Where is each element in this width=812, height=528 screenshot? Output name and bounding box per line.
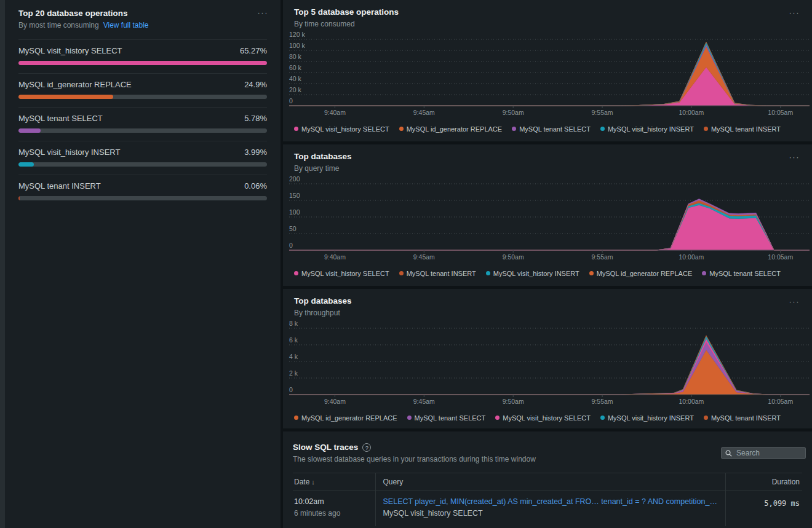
operation-percent: 5.78%	[244, 114, 267, 123]
cell-query: SELECT player_id, MIN(created_at) AS min…	[375, 491, 725, 526]
cell-duration: 5,099 ms	[725, 491, 802, 526]
legend-item[interactable]: MySQL id_generator REPLACE	[399, 125, 503, 133]
x-axis-tick-label: 9:40am	[324, 253, 346, 261]
slow-sql-panel: Slow SQL traces ? The slowest database q…	[283, 431, 812, 528]
legend-item[interactable]: MySQL visit_history SELECT	[495, 414, 591, 422]
legend-item[interactable]: MySQL visit_history SELECT	[294, 125, 389, 133]
x-axis-tick-label: 10:00am	[679, 109, 704, 116]
chart-menu-icon[interactable]: ···	[787, 151, 803, 164]
chart-menu-icon[interactable]: ···	[787, 295, 803, 308]
operation-bar-track	[18, 196, 267, 200]
legend-item[interactable]: MySQL tenant INSERT	[704, 125, 781, 133]
y-axis-tick-label: 8 k	[289, 320, 298, 327]
legend-color-dot	[702, 271, 706, 275]
panel-subtitle: By most time consuming	[18, 21, 99, 30]
legend-color-dot	[600, 127, 605, 131]
panel-menu-icon[interactable]: ···	[255, 6, 271, 19]
search-input[interactable]	[735, 448, 797, 458]
operation-percent: 0.06%	[244, 181, 267, 191]
column-header-duration[interactable]: Duration	[725, 473, 802, 491]
query-link[interactable]: SELECT player_id, MIN(created_at) AS min…	[383, 497, 719, 506]
operation-label: MySQL visit_history INSERT	[18, 148, 120, 157]
cell-date: 10:02am 6 minutes ago	[293, 491, 375, 526]
legend-label: MySQL visit_history SELECT	[301, 270, 389, 277]
legend-item[interactable]: MySQL visit_history INSERT	[600, 125, 694, 133]
operation-bar-track	[18, 95, 267, 99]
legend-item[interactable]: MySQL tenant SELECT	[407, 414, 486, 422]
chart-subtitle: By throughput	[294, 309, 801, 317]
operation-label: MySQL visit_history SELECT	[18, 46, 122, 55]
duration-value: 5,099 ms	[764, 499, 800, 508]
area-chart: 020 k40 k60 k80 k100 k120 k9:40am9:45am9…	[283, 28, 812, 120]
operation-percent: 3.99%	[244, 148, 267, 157]
y-axis-tick-label: 80 k	[289, 53, 302, 60]
y-axis-tick-label: 100	[289, 208, 300, 216]
y-axis-tick-label: 120 k	[289, 31, 305, 38]
legend-item[interactable]: MySQL id_generator REPLACE	[294, 414, 397, 422]
x-axis-tick-label: 9:50am	[503, 253, 524, 261]
y-axis-tick-label: 50	[289, 225, 297, 232]
x-axis-tick-label: 10:05am	[768, 109, 793, 116]
legend-color-dot	[704, 416, 708, 420]
legend-item[interactable]: MySQL tenant SELECT	[702, 270, 781, 277]
operation-row[interactable]: MySQL visit_history SELECT 65.27%	[18, 39, 267, 73]
legend-item[interactable]: MySQL visit_history INSERT	[600, 414, 694, 422]
legend-color-dot	[294, 271, 298, 275]
y-axis-tick-label: 150	[289, 192, 300, 199]
view-full-table-link[interactable]: View full table	[103, 21, 149, 30]
operation-row[interactable]: MySQL tenant INSERT 0.06%	[18, 175, 267, 208]
chart-legend: MySQL visit_history SELECT MySQL id_gene…	[283, 125, 812, 133]
legend-label: MySQL tenant INSERT	[711, 125, 781, 133]
legend-item[interactable]: MySQL visit_history INSERT	[486, 270, 579, 277]
legend-item[interactable]: MySQL id_generator REPLACE	[589, 270, 693, 277]
operation-bar-track	[18, 61, 267, 65]
area-chart: 02 k4 k6 k8 k9:40am9:45am9:50am9:55am10:…	[283, 317, 812, 409]
chart-menu-icon[interactable]: ···	[787, 6, 803, 19]
chart-title: Top databases	[294, 296, 801, 307]
legend-label: MySQL id_generator REPLACE	[301, 414, 397, 422]
x-axis-tick-label: 9:55am	[592, 109, 613, 116]
operation-row[interactable]: MySQL visit_history INSERT 3.99%	[18, 141, 267, 175]
column-header-date[interactable]: Date↓	[293, 473, 375, 491]
search-box[interactable]	[721, 447, 806, 459]
legend-item[interactable]: MySQL tenant INSERT	[704, 414, 781, 422]
trace-time: 10:02am	[294, 497, 369, 506]
area-series	[289, 42, 810, 106]
y-axis-tick-label: 0	[289, 97, 293, 104]
panel-title: Top 20 database operations	[18, 9, 267, 19]
operation-label: MySQL tenant INSERT	[18, 181, 101, 191]
y-axis-tick-label: 200	[289, 175, 300, 183]
legend-label: MySQL visit_history SELECT	[301, 125, 389, 133]
help-icon[interactable]: ?	[362, 443, 371, 452]
x-axis-tick-label: 9:45am	[413, 109, 435, 116]
operation-bar-fill	[18, 162, 34, 167]
legend-item[interactable]: MySQL tenant SELECT	[512, 125, 591, 133]
legend-item[interactable]: MySQL tenant INSERT	[399, 270, 476, 277]
x-axis-tick-label: 10:00am	[679, 398, 704, 405]
chart-card: Top databases By query time ···050100150…	[283, 144, 812, 286]
operation-bar-track	[18, 162, 267, 167]
slow-sql-title: Slow SQL traces	[293, 443, 358, 453]
y-axis-tick-label: 6 k	[289, 336, 298, 344]
operation-percent: 24.9%	[244, 80, 267, 89]
chart-legend: MySQL visit_history SELECT MySQL tenant …	[283, 270, 812, 277]
area-chart: 0501001502009:40am9:45am9:50am9:55am10:0…	[283, 173, 812, 265]
legend-color-dot	[399, 271, 404, 275]
trace-time-relative: 6 minutes ago	[294, 509, 369, 518]
operation-bar-track	[18, 128, 267, 133]
operation-bar-fill	[18, 128, 41, 133]
y-axis-tick-label: 60 k	[289, 64, 302, 71]
operation-row[interactable]: MySQL tenant SELECT 5.78%	[18, 107, 267, 141]
y-axis-tick-label: 20 k	[289, 86, 302, 93]
operation-label: MySQL tenant SELECT	[18, 114, 103, 123]
legend-label: MySQL id_generator REPLACE	[407, 125, 503, 133]
legend-label: MySQL tenant INSERT	[407, 270, 476, 277]
column-header-query[interactable]: Query	[375, 473, 725, 491]
chart-subtitle: By query time	[294, 164, 801, 173]
legend-item[interactable]: MySQL visit_history SELECT	[294, 270, 389, 277]
table-row: 10:02am 6 minutes ago SELECT player_id, …	[293, 491, 802, 526]
database-dashboard: Top 20 database operations By most time …	[0, 0, 812, 528]
slow-sql-table: Date↓ Query Duration 10:02am 6 minutes a…	[293, 473, 802, 526]
left-gutter	[0, 0, 5, 528]
operation-row[interactable]: MySQL id_generator REPLACE 24.9%	[18, 73, 267, 107]
